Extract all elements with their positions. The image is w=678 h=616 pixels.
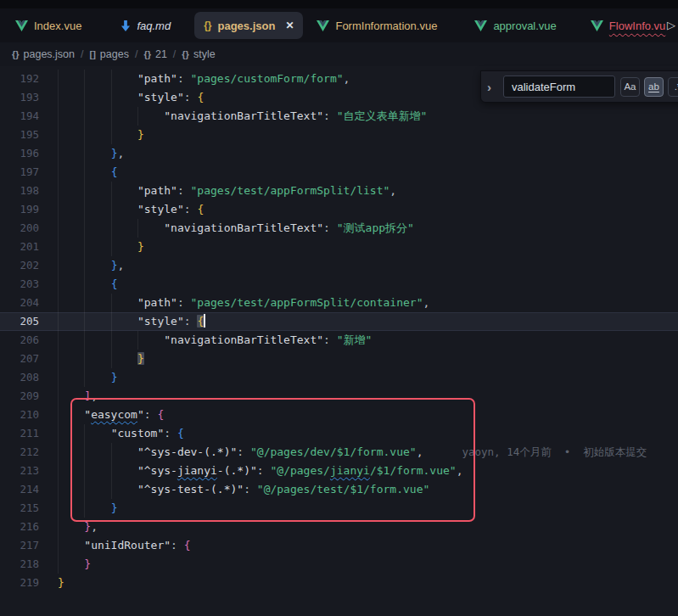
find-toggle-replace-chevron-icon[interactable]: › bbox=[487, 80, 498, 94]
code-line-215[interactable]: 215 } bbox=[0, 499, 678, 518]
indent-guide bbox=[111, 238, 112, 256]
code-token: "pages/test/appFormSplit/list" bbox=[191, 184, 390, 197]
code-line-text: { bbox=[58, 275, 678, 294]
line-number[interactable]: 216 bbox=[0, 518, 39, 536]
code-token: "pages/test/appFormSplit/container" bbox=[191, 296, 423, 309]
line-number[interactable]: 217 bbox=[0, 536, 39, 555]
code-line-204[interactable]: 204 "path": "pages/test/appFormSplit/con… bbox=[0, 294, 678, 312]
code-line-202[interactable]: 202 }, bbox=[0, 256, 678, 275]
tab-flowinfo-vu[interactable]: FlowInfo.vu bbox=[591, 12, 665, 39]
code-line-text: }, bbox=[58, 518, 678, 536]
code-token: : bbox=[184, 91, 198, 104]
code-token: , bbox=[117, 147, 124, 160]
line-number[interactable]: 199 bbox=[0, 200, 39, 219]
code-line-194[interactable]: 194 "navigationBarTitleText": "自定义表单新增" bbox=[0, 107, 678, 126]
line-number[interactable]: 200 bbox=[0, 219, 39, 238]
tab-approval-vue[interactable]: approval.vue bbox=[474, 12, 556, 39]
line-number[interactable]: 198 bbox=[0, 182, 39, 200]
code-line-219[interactable]: 219} bbox=[0, 574, 678, 592]
code-line-201[interactable]: 201 } bbox=[0, 238, 678, 256]
breadcrumb-item-style[interactable]: {}style bbox=[182, 48, 215, 60]
indent-guide bbox=[111, 331, 112, 350]
line-number[interactable]: 201 bbox=[0, 238, 39, 256]
tab-forminformation-vue[interactable]: FormInformation.vue bbox=[317, 12, 437, 39]
line-number[interactable]: 196 bbox=[0, 144, 39, 163]
code-line-200[interactable]: 200 "navigationBarTitleText": "测试app拆分" bbox=[0, 219, 678, 238]
code-line-211[interactable]: 211 "custom": { bbox=[0, 424, 678, 443]
code-line-213[interactable]: 213 "^sys-jianyi-(.*)": "@/pages/jianyi/… bbox=[0, 462, 678, 480]
code-line-209[interactable]: 209 ], bbox=[0, 387, 678, 406]
indent-guide bbox=[111, 126, 112, 144]
line-number[interactable]: 206 bbox=[0, 331, 39, 350]
code-line-216[interactable]: 216 }, bbox=[0, 518, 678, 536]
line-number[interactable]: 195 bbox=[0, 126, 39, 144]
vue-icon bbox=[15, 20, 28, 31]
breadcrumb-item-pages[interactable]: []pages bbox=[90, 48, 129, 60]
find-input[interactable] bbox=[503, 76, 615, 98]
code-token: "custom" bbox=[111, 427, 165, 440]
find-options: Aaab.* bbox=[620, 77, 678, 97]
editor-pane[interactable]: 192 "path": "pages/customForm/form",193 … bbox=[0, 66, 678, 616]
line-number[interactable]: 210 bbox=[0, 406, 39, 424]
code-token: "uniIdRouter" bbox=[84, 539, 171, 552]
code-line-218[interactable]: 218 } bbox=[0, 555, 678, 574]
code-line-196[interactable]: 196 }, bbox=[0, 144, 678, 163]
code-line-214[interactable]: 214 "^sys-test-(.*)": "@/pages/test/$1/f… bbox=[0, 480, 678, 499]
code-line-text: } bbox=[58, 126, 678, 144]
indent-guide bbox=[84, 144, 85, 163]
code-token: { bbox=[197, 203, 204, 216]
line-number[interactable]: 203 bbox=[0, 275, 39, 294]
code-token: } bbox=[137, 128, 144, 141]
code-token: : bbox=[177, 184, 191, 197]
line-number[interactable]: 214 bbox=[0, 480, 39, 499]
line-number[interactable]: 207 bbox=[0, 350, 39, 368]
indent-guide bbox=[58, 70, 59, 88]
line-number[interactable]: 215 bbox=[0, 499, 39, 518]
code-line-208[interactable]: 208 } bbox=[0, 368, 678, 387]
code-token: "@/pages/test/$1/form.vue" bbox=[257, 483, 430, 496]
breadcrumb-item-pages-json[interactable]: {}pages.json bbox=[12, 48, 75, 60]
line-number[interactable]: 209 bbox=[0, 387, 39, 406]
find-match-case-button[interactable]: Aa bbox=[620, 77, 640, 97]
line-number[interactable]: 204 bbox=[0, 294, 39, 312]
tab-pages-json[interactable]: {}pages.json✕ bbox=[194, 12, 303, 39]
line-number[interactable]: 211 bbox=[0, 424, 39, 443]
line-number[interactable]: 208 bbox=[0, 368, 39, 387]
indent-guide bbox=[58, 480, 59, 499]
line-number[interactable]: 205 bbox=[0, 312, 39, 331]
code-line-206[interactable]: 206 "navigationBarTitleText": "新增" bbox=[0, 331, 678, 350]
line-number[interactable]: 193 bbox=[0, 88, 39, 107]
find-regex-button[interactable]: .* bbox=[668, 77, 678, 97]
code-line-203[interactable]: 203 { bbox=[0, 275, 678, 294]
code-line-199[interactable]: 199 "style": { bbox=[0, 200, 678, 219]
line-number[interactable]: 212 bbox=[0, 443, 39, 462]
close-tab-icon[interactable]: ✕ bbox=[285, 20, 294, 31]
code-line-205[interactable]: 205 "style": { bbox=[0, 312, 678, 331]
indent-guide bbox=[58, 536, 59, 555]
code-token: "path" bbox=[137, 184, 177, 197]
line-number[interactable]: 213 bbox=[0, 462, 39, 480]
line-number[interactable]: 192 bbox=[0, 70, 39, 88]
tab-faq-md[interactable]: faq.md bbox=[120, 12, 171, 39]
code-line-198[interactable]: 198 "path": "pages/test/appFormSplit/lis… bbox=[0, 182, 678, 200]
code-line-210[interactable]: 210 "easycom": { bbox=[0, 406, 678, 424]
code-line-text: } bbox=[58, 574, 678, 592]
breadcrumb-item-21[interactable]: {}21 bbox=[143, 48, 166, 60]
json-file-icon: {} bbox=[12, 49, 20, 59]
tab-index-vue[interactable]: Index.vue bbox=[15, 12, 81, 39]
indent-guide bbox=[84, 200, 85, 219]
code-token: easycom bbox=[91, 408, 137, 421]
find-whole-word-button[interactable]: ab bbox=[644, 77, 664, 97]
tab-overflow-chevron-icon[interactable]: ▷ bbox=[667, 19, 675, 31]
code-line-207[interactable]: 207 } bbox=[0, 350, 678, 368]
code-line-195[interactable]: 195 } bbox=[0, 126, 678, 144]
code-line-212[interactable]: 212 "^sys-dev-(.*)": "@/pages/dev/$1/for… bbox=[0, 443, 678, 462]
line-number[interactable]: 194 bbox=[0, 107, 39, 126]
indent-guide bbox=[111, 88, 112, 107]
line-number[interactable]: 202 bbox=[0, 256, 39, 275]
code-line-217[interactable]: 217 "uniIdRouter": { bbox=[0, 536, 678, 555]
line-number[interactable]: 197 bbox=[0, 163, 39, 182]
line-number[interactable]: 218 bbox=[0, 555, 39, 574]
line-number[interactable]: 219 bbox=[0, 574, 39, 592]
code-line-197[interactable]: 197 { bbox=[0, 163, 678, 182]
